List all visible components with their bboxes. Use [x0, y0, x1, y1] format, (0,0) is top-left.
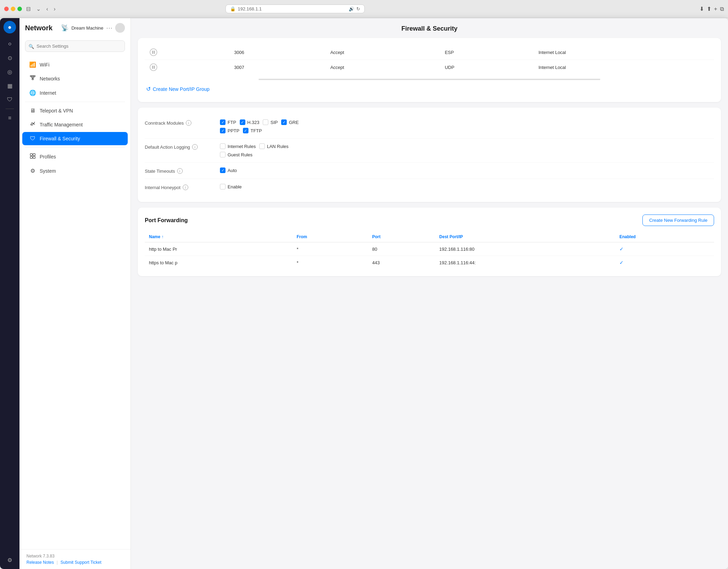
pf-col-enabled[interactable]: Enabled: [615, 232, 714, 242]
rail-icon-topology[interactable]: ⊙: [3, 52, 16, 64]
address-bar[interactable]: 🔒 192.168.1.1 🔊 ↻: [225, 5, 365, 13]
auto-timeout-checkbox[interactable]: [220, 167, 225, 173]
honeypot-enable-check: Enable: [220, 184, 242, 189]
support-ticket-link[interactable]: Submit Support Ticket: [61, 560, 101, 565]
sidebar-item-traffic[interactable]: Traffic Management: [22, 118, 128, 132]
sidebar-item-teleport[interactable]: 🖥 Teleport & VPN: [22, 104, 128, 117]
sidebar-item-profiles[interactable]: Profiles: [22, 150, 128, 164]
tabs-icon[interactable]: ⧉: [720, 6, 724, 12]
rail-icon-settings[interactable]: ⚙: [3, 554, 16, 566]
sidebar: Network 📡 Dream Machine ⋯ 🔍 📶 WiFi: [19, 18, 131, 569]
conntrack-tftp: TFTP: [243, 128, 262, 133]
minimize-button[interactable]: [11, 7, 15, 11]
home-icon: ○: [8, 41, 11, 47]
rail-icon-target[interactable]: ◎: [3, 65, 16, 78]
sidebar-item-label: System: [40, 168, 56, 174]
rule-dest-3006: Internet Local: [533, 45, 714, 60]
svg-rect-9: [30, 156, 32, 158]
pf-col-port[interactable]: Port: [368, 232, 435, 242]
close-button[interactable]: [4, 7, 9, 11]
honeypot-controls: Enable: [220, 184, 242, 189]
enabled-checkmark-1[interactable]: ✓: [619, 246, 624, 252]
sidebar-toggle[interactable]: ⊟: [25, 5, 32, 13]
grid-icon[interactable]: ⋯: [106, 24, 112, 32]
svg-rect-3: [32, 79, 33, 80]
conntrack-gre: GRE: [281, 119, 299, 125]
pf-table: Name From Port Dest Port/IP Enabled http…: [145, 232, 714, 269]
sidebar-header: Network 📡 Dream Machine ⋯: [19, 18, 130, 36]
pf-col-name[interactable]: Name: [145, 232, 293, 242]
internet-rules-checkbox[interactable]: [220, 143, 225, 149]
rail-icon-home[interactable]: ○: [3, 38, 16, 50]
sidebar-item-internet[interactable]: 🌐 Internet: [22, 86, 128, 100]
rule-id-3007: 3007: [229, 60, 325, 75]
create-forwarding-rule-button[interactable]: Create New Forwarding Rule: [642, 215, 714, 226]
back-button[interactable]: ‹: [45, 5, 49, 13]
rules-table: 3006 Accept ESP Internet Local 3007 Acce…: [145, 45, 714, 75]
firewall-shield-icon: 🛡: [29, 135, 36, 142]
h323-checkbox[interactable]: [240, 119, 245, 125]
sidebar-item-networks[interactable]: Networks: [22, 72, 128, 86]
rule-dest-3007: Internet Local: [533, 60, 714, 75]
sidebar-item-wifi[interactable]: 📶 WiFi: [22, 58, 128, 71]
sidebar-item-label: Teleport & VPN: [40, 108, 73, 114]
create-port-ip-group-link[interactable]: ↺ Create New Port/IP Group: [145, 83, 714, 95]
conntrack-info-icon[interactable]: i: [186, 120, 191, 126]
chevron-down-icon[interactable]: ⌄: [35, 5, 42, 13]
download-icon[interactable]: ⬇: [699, 6, 704, 12]
honeypot-info-icon[interactable]: i: [183, 185, 188, 190]
rail-icon-list[interactable]: ≡: [3, 112, 16, 124]
guest-rules-checkbox[interactable]: [220, 152, 225, 157]
forward-button[interactable]: ›: [52, 5, 57, 13]
sidebar-footer: Network 7.3.83 Release Notes | Submit Su…: [19, 549, 130, 569]
lan-rules-check: LAN Rules: [259, 143, 288, 149]
sidebar-item-firewall[interactable]: 🛡 Firewall & Security: [22, 132, 128, 145]
sidebar-item-system[interactable]: ⚙ System: [22, 164, 128, 178]
url-display: 192.168.1.1: [238, 6, 262, 11]
conntrack-sip: SIP: [263, 119, 278, 125]
logging-info-icon[interactable]: i: [192, 144, 198, 150]
tftp-checkbox[interactable]: [243, 128, 248, 133]
svg-rect-12: [154, 51, 155, 54]
timeouts-info-icon[interactable]: i: [177, 168, 183, 174]
device-icon: 📡: [61, 24, 69, 32]
new-tab-icon[interactable]: +: [714, 6, 717, 12]
honeypot-enable-checkbox[interactable]: [220, 184, 225, 189]
lan-rules-checkbox[interactable]: [259, 143, 265, 149]
pf-from-1: *: [293, 242, 368, 256]
system-icon: ⚙: [29, 167, 36, 174]
audio-icon: 🔊: [349, 6, 354, 11]
pause-button-3006[interactable]: [150, 48, 157, 56]
enabled-checkmark-2[interactable]: ✓: [619, 260, 624, 265]
main-content: Firewall & Security 3006 Accept ESP Inte…: [131, 18, 728, 569]
footer-separator: |: [57, 560, 58, 565]
rule-action-3006: Accept: [325, 45, 440, 60]
traffic-icon: [29, 121, 36, 128]
rule-protocol-3006: ESP: [440, 45, 533, 60]
pf-col-from[interactable]: From: [293, 232, 368, 242]
rail-icon-shield[interactable]: 🛡: [3, 93, 16, 106]
ftp-checkbox[interactable]: [220, 119, 225, 125]
rule-protocol-3007: UDP: [440, 60, 533, 75]
sip-checkbox[interactable]: [263, 119, 268, 125]
logging-row-1: Internet Rules LAN Rules: [220, 143, 288, 149]
rule-id-3006: 3006: [229, 45, 325, 60]
app-logo[interactable]: ●: [3, 21, 16, 33]
pause-button-3007[interactable]: [150, 63, 157, 71]
svg-rect-13: [152, 66, 153, 69]
table-row: 3006 Accept ESP Internet Local: [145, 45, 714, 60]
pptp-checkbox[interactable]: [220, 128, 225, 133]
conntrack-row-1: FTP H.323 SIP GRE: [220, 119, 299, 125]
pf-table-row: https to Mac p * 443 192.168.1.116:44: ✓: [145, 256, 714, 270]
release-notes-link[interactable]: Release Notes: [26, 560, 54, 565]
pf-col-dest[interactable]: Dest Port/IP: [435, 232, 615, 242]
maximize-button[interactable]: [17, 7, 22, 11]
gre-checkbox[interactable]: [281, 119, 287, 125]
search-input[interactable]: [25, 40, 125, 52]
rail-icon-stats[interactable]: ▦: [3, 79, 16, 92]
share-icon[interactable]: ⬆: [707, 6, 711, 12]
reload-icon[interactable]: ↻: [356, 6, 360, 11]
sidebar-item-label: Internet: [40, 90, 56, 96]
pf-table-header-row: Name From Port Dest Port/IP Enabled: [145, 232, 714, 242]
pf-enabled-2: ✓: [615, 256, 714, 270]
